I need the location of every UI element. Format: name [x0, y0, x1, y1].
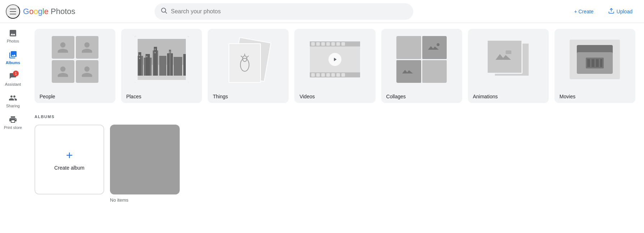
- assistant-icon: 1: [9, 72, 17, 81]
- sidebar-item-print-store[interactable]: Print store: [1, 112, 25, 133]
- videos-thumb: [294, 29, 375, 90]
- sidebar-label-assistant: Assistant: [5, 82, 21, 86]
- menu-button[interactable]: [6, 4, 20, 19]
- category-name-places: Places: [121, 90, 202, 103]
- category-card-people[interactable]: People: [34, 29, 115, 103]
- main-layout: Photos Albums 1 Assistant Sharing: [0, 23, 644, 233]
- create-label: + Create: [574, 9, 594, 14]
- create-album-card[interactable]: + Create album: [34, 125, 104, 194]
- person-avatar-2: [76, 36, 98, 59]
- svg-line-26: [241, 56, 243, 57]
- album-no-items-label: No items: [110, 197, 180, 203]
- svg-rect-2: [566, 8, 572, 14]
- photo-icon: [9, 29, 17, 37]
- app-logo: Google Photos: [23, 7, 75, 16]
- sidebar-item-photos[interactable]: Photos: [1, 26, 25, 46]
- create-album-label: Create album: [54, 165, 84, 171]
- svg-rect-32: [592, 59, 594, 67]
- sidebar: Photos Albums 1 Assistant Sharing: [0, 23, 26, 233]
- upload-label: Upload: [617, 9, 632, 14]
- sidebar-label-print-store: Print store: [4, 125, 22, 130]
- sidebar-item-albums[interactable]: Albums: [1, 48, 25, 68]
- search-icon: [160, 7, 167, 16]
- category-card-collages[interactable]: Collages: [381, 29, 462, 103]
- play-icon: [328, 53, 341, 66]
- albums-icon: [9, 50, 17, 59]
- svg-line-1: [165, 12, 167, 14]
- svg-point-23: [240, 58, 249, 71]
- sidebar-item-assistant[interactable]: 1 Assistant: [1, 69, 25, 89]
- app-header: Google Photos + Create Upload: [0, 0, 644, 23]
- album-card-1[interactable]: No items: [110, 125, 180, 203]
- svg-point-28: [437, 43, 440, 46]
- category-card-places[interactable]: Places: [121, 29, 202, 103]
- albums-section-header: ALBUMS: [34, 115, 635, 119]
- places-thumb: [121, 29, 202, 90]
- assistant-badge: 1: [13, 71, 19, 76]
- category-name-things: Things: [208, 90, 289, 103]
- svg-rect-33: [596, 59, 599, 67]
- hamburger-icon: [10, 9, 16, 14]
- search-input[interactable]: [171, 8, 408, 15]
- svg-rect-29: [506, 50, 511, 54]
- upload-button[interactable]: Upload: [602, 5, 638, 18]
- create-icon: [566, 8, 572, 15]
- animations-thumb: [468, 29, 549, 90]
- people-thumb: [34, 29, 115, 90]
- category-card-things[interactable]: Things: [208, 29, 289, 103]
- print-store-icon: [9, 115, 17, 124]
- things-thumb: [208, 29, 289, 90]
- svg-rect-34: [600, 59, 602, 67]
- header-actions: + Create Upload: [560, 5, 638, 18]
- sidebar-label-sharing: Sharing: [6, 104, 20, 108]
- category-grid: People: [34, 29, 635, 103]
- category-card-videos[interactable]: Videos: [294, 29, 375, 103]
- create-button[interactable]: + Create: [560, 5, 599, 18]
- albums-grid: + Create album No items: [34, 125, 635, 203]
- movies-thumb: [555, 29, 635, 90]
- main-content: People: [26, 23, 644, 233]
- svg-rect-31: [587, 59, 590, 67]
- plus-icon: +: [66, 149, 73, 162]
- collages-thumb: [381, 29, 462, 90]
- sidebar-item-sharing[interactable]: Sharing: [1, 91, 25, 111]
- category-name-animations: Animations: [468, 90, 549, 103]
- category-name-people: People: [34, 90, 115, 103]
- sidebar-label-photos: Photos: [7, 39, 19, 43]
- person-avatar-1: [52, 36, 74, 59]
- category-name-movies: Movies: [555, 90, 635, 103]
- svg-line-27: [247, 56, 249, 57]
- search-bar: [155, 3, 413, 20]
- category-name-collages: Collages: [381, 90, 462, 103]
- upload-icon: [608, 8, 615, 15]
- svg-point-0: [161, 8, 166, 12]
- sharing-icon: [9, 94, 17, 102]
- album-thumb-1: [110, 125, 180, 194]
- category-card-animations[interactable]: Animations: [468, 29, 549, 103]
- category-name-videos: Videos: [294, 90, 375, 103]
- category-card-movies[interactable]: Movies: [555, 29, 635, 103]
- person-avatar-4: [76, 60, 98, 83]
- sidebar-label-albums: Albums: [6, 61, 20, 65]
- person-avatar-3: [52, 60, 74, 83]
